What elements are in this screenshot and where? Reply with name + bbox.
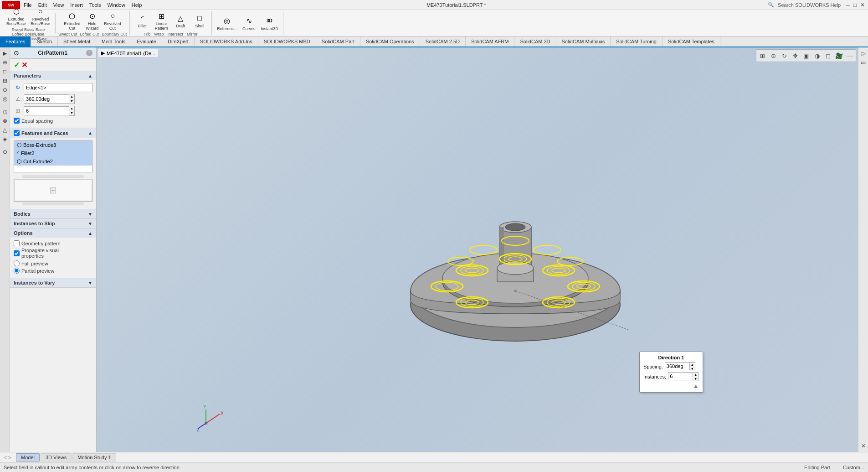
callout-spacing-input[interactable] <box>665 362 690 370</box>
tab-model[interactable]: Model <box>16 453 40 462</box>
callout-spacing-spinner[interactable]: ▲ ▼ <box>690 362 695 371</box>
vt-pan[interactable]: ✥ <box>790 51 800 61</box>
tab-mold-tools[interactable]: Mold Tools <box>96 36 131 47</box>
left-icon-1[interactable]: ▶ <box>1 49 9 57</box>
tab-solidcam-3d[interactable]: SolidCAM 3D <box>514 36 556 47</box>
curves-button[interactable]: ∿ Curves <box>240 15 258 32</box>
viewport-accept-button[interactable]: ✓ <box>837 51 844 62</box>
menu-help[interactable]: Help <box>129 1 145 9</box>
tab-3d-views[interactable]: 3D Views <box>41 453 72 462</box>
full-preview-radio[interactable] <box>14 260 20 266</box>
left-icon-7[interactable]: ◷ <box>1 108 9 116</box>
left-icon-3[interactable]: □ <box>1 67 9 76</box>
edge-input[interactable] <box>24 83 92 92</box>
tab-solidcam-2-5d[interactable]: SolidCAM 2.5D <box>420 36 466 47</box>
revolved-cut-button[interactable]: ○ RevolvedCut <box>102 10 123 31</box>
cancel-button[interactable]: ✕ <box>21 61 27 69</box>
feature-item-boss-extrude3[interactable]: ⬡ Boss-Extrude3 <box>14 141 92 149</box>
callout-spacing-up[interactable]: ▲ <box>690 363 695 367</box>
extruded-boss-base-button[interactable]: ⬡ ExtrudedBoss/Base <box>5 5 28 27</box>
features-faces-checkbox[interactable] <box>14 130 20 136</box>
extruded-cut-button[interactable]: ⬡ ExtrudedCut <box>62 10 82 31</box>
right-icon-1[interactable]: ◁ <box>859 49 868 57</box>
propagate-visual-label[interactable]: Propagate visualproperties <box>21 248 59 259</box>
vt-display[interactable]: ◑ <box>812 51 822 61</box>
partial-preview-label[interactable]: Partial preview <box>21 268 54 274</box>
tab-solidcam-templates[interactable]: SolidCAM Templates <box>663 36 720 47</box>
features-faces-header[interactable]: Features and Faces ▲ <box>10 128 96 138</box>
tab-evaluate[interactable]: Evaluate <box>131 36 162 47</box>
tab-solidworks-addins[interactable]: SOLIDWORKS Add-Ins <box>195 36 258 47</box>
angle-spinner[interactable]: ▲ ▼ <box>69 94 75 104</box>
geometry-pattern-label[interactable]: Geometry pattern <box>21 241 61 246</box>
tab-features[interactable]: Features <box>0 36 31 47</box>
vt-hide[interactable]: ◻ <box>823 51 833 61</box>
tab-solidcam-part[interactable]: SolidCAM Part <box>316 36 360 47</box>
left-icon-10[interactable]: ◈ <box>1 135 9 143</box>
left-icon-11[interactable]: ⊙ <box>1 148 9 156</box>
menu-window[interactable]: Window <box>105 1 128 9</box>
right-icon-2[interactable]: ▭ <box>859 58 868 67</box>
vt-extras[interactable]: ⋯ <box>845 51 855 61</box>
vt-zoom-area[interactable]: ⊙ <box>768 51 778 61</box>
callout-instances-input[interactable] <box>668 372 693 380</box>
left-icon-4[interactable]: ⊞ <box>1 77 9 85</box>
geometry-pattern-checkbox[interactable] <box>14 240 20 246</box>
left-icon-2[interactable]: ⊕ <box>1 58 9 67</box>
callout-instances-spinner[interactable]: ▲ ▼ <box>693 372 699 381</box>
linear-pattern-button[interactable]: ⊞ LinearPattern <box>152 10 170 31</box>
left-icon-9[interactable]: △ <box>1 126 9 134</box>
fillet-button[interactable]: ◜ Fillet <box>133 12 151 29</box>
count-up-button[interactable]: ▲ <box>69 106 74 111</box>
viewport[interactable]: ▶ ME470Tutorial1 (De... ⊞ ⊙ ↻ ✥ ▣ ◑ ◻ 🎥 … <box>97 47 858 452</box>
menu-insert[interactable]: Insert <box>67 1 86 9</box>
revolved-boss-base-button[interactable]: ○ RevolvedBoss/Base <box>29 5 52 27</box>
partial-preview-radio[interactable] <box>14 268 20 274</box>
vt-zoom-fit[interactable]: ⊞ <box>757 51 767 61</box>
panel-info-button[interactable]: ? <box>86 50 92 56</box>
count-input[interactable] <box>24 106 69 115</box>
left-icon-5[interactable]: ⊙ <box>1 86 9 94</box>
angle-down-button[interactable]: ▼ <box>69 99 74 104</box>
tab-solidcam-operations[interactable]: SolidCAM Operations <box>360 36 420 47</box>
feature-add-area[interactable]: ⊞ <box>14 179 92 202</box>
tab-sketch[interactable]: Sketch <box>31 36 58 47</box>
tab-solidcam-afrm[interactable]: SolidCAM AFRM <box>466 36 515 47</box>
menu-tools[interactable]: Tools <box>87 1 104 9</box>
tab-solidcam-turning[interactable]: SolidCAM Turning <box>611 36 663 47</box>
vt-rotate[interactable]: ↻ <box>779 51 789 61</box>
count-down-button[interactable]: ▼ <box>69 111 74 115</box>
options-header[interactable]: Options ▲ <box>10 228 96 238</box>
instant3d-button[interactable]: 3D Instant3D <box>259 15 280 32</box>
left-icon-6[interactable]: ◎ <box>1 95 9 103</box>
callout-instances-down[interactable]: ▼ <box>693 377 698 381</box>
instances-vary-header[interactable]: Instances to Vary ▼ <box>10 278 96 287</box>
callout-spacing-down[interactable]: ▼ <box>690 367 695 371</box>
tab-solidworks-mbd[interactable]: SOLIDWORKS MBD <box>258 36 316 47</box>
tab-motion-study[interactable]: Motion Study 1 <box>72 453 116 462</box>
full-preview-label[interactable]: Full preview <box>21 261 48 266</box>
callout-collapse-button[interactable]: ▲ <box>693 382 699 389</box>
tab-solidcam-multiaxis[interactable]: SolidCAM Multiaxis <box>556 36 611 47</box>
right-icon-3[interactable]: ✕ <box>859 442 868 450</box>
feature-item-fillet2[interactable]: ◜ Fillet2 <box>14 149 92 157</box>
bodies-header[interactable]: Bodies ▼ <box>10 209 96 218</box>
reference-button[interactable]: ◎ Referenc... <box>215 15 239 32</box>
tab-sheet-metal[interactable]: Sheet Metal <box>58 36 96 47</box>
tab-dimxpert[interactable]: DimXpert <box>162 36 195 47</box>
vt-section[interactable]: ▣ <box>801 51 811 61</box>
bottom-next-button[interactable]: ▷ <box>8 455 11 460</box>
parameters-header[interactable]: Parameters ▲ <box>10 71 96 80</box>
maximize-button[interactable]: □ <box>852 1 858 9</box>
equal-spacing-checkbox[interactable] <box>14 118 20 124</box>
count-spinner[interactable]: ▲ ▼ <box>69 106 75 116</box>
accept-button[interactable]: ✓ <box>14 61 20 69</box>
features-faces-label[interactable]: Features and Faces <box>21 130 68 136</box>
bottom-prev-button[interactable]: ◁ <box>4 455 7 460</box>
draft-button[interactable]: △ Draft <box>171 12 190 29</box>
menu-view[interactable]: View <box>51 1 67 9</box>
hole-wizard-button[interactable]: ⊙ HoleWizard <box>83 10 101 31</box>
instances-skip-header[interactable]: Instances to Skip ▼ <box>10 219 96 228</box>
left-icon-8[interactable]: ⊗ <box>1 117 9 125</box>
minimize-button[interactable]: ─ <box>844 1 851 9</box>
